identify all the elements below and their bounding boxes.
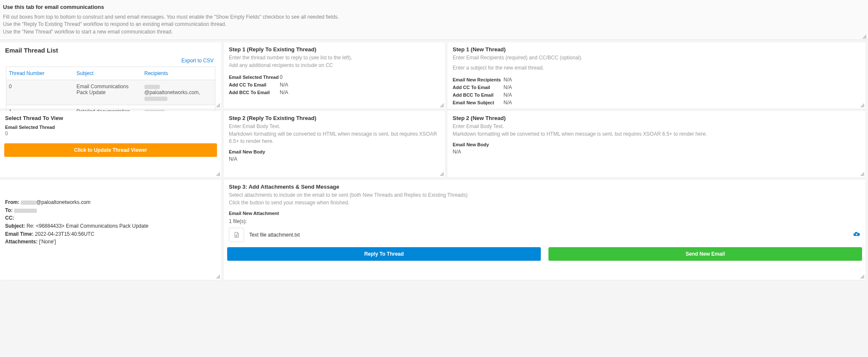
- select-thread-label: Email Selected Thread: [0, 123, 221, 131]
- col-subject[interactable]: Subject: [74, 67, 142, 80]
- detail-time: Email Time: 2022-04-23T15:40:56UTC: [5, 230, 216, 238]
- export-csv-link[interactable]: Export to CSV: [181, 58, 214, 64]
- step1-reply-title: Step 1 (Reply To Existing Thread): [224, 42, 445, 54]
- step1-reply-panel: Step 1 (Reply To Existing Thread) Enter …: [224, 42, 445, 109]
- step3-desc: Select attachments to include on the ema…: [224, 192, 865, 211]
- email-new-attachment-label: Email New Attachment: [224, 211, 865, 217]
- step1-new-panel: Step 1 (New Thread) Enter Email Recipien…: [448, 42, 865, 109]
- step2-reply-title: Step 2 (Reply To Existing Thread): [224, 111, 445, 123]
- email-thread-list-panel: Email Thread List Export to CSV Thread N…: [0, 42, 221, 109]
- resize-handle-icon[interactable]: [216, 172, 220, 176]
- step1-new-title: Step 1 (New Thread): [448, 42, 865, 54]
- field-new-cc[interactable]: Add CC To EmailN/A: [453, 84, 860, 91]
- detail-to: To:: [5, 206, 216, 215]
- resize-handle-icon[interactable]: [860, 172, 864, 176]
- col-recipients[interactable]: Recipients: [142, 67, 215, 80]
- thread-detail-panel: From: @paloaltonetworks.com To: CC: Subj…: [0, 180, 221, 280]
- file-count: 1 file(s):: [225, 217, 864, 226]
- reply-to-thread-button[interactable]: Reply To Thread: [227, 247, 541, 261]
- select-thread-panel: Select Thread To View Email Selected Thr…: [0, 111, 221, 177]
- email-new-body-value-2[interactable]: N/A: [448, 148, 865, 184]
- field-new-bcc[interactable]: Add BCC To EmailN/A: [453, 91, 860, 99]
- resize-handle-icon[interactable]: [440, 103, 444, 107]
- step2-new-panel: Step 2 (New Thread) Enter Email Body Tex…: [448, 111, 865, 177]
- attachment-row[interactable]: Text file attachment.txt: [229, 228, 860, 242]
- step2-reply-desc: Enter Email Body Text. Markdown formatti…: [224, 123, 445, 149]
- update-thread-viewer-button[interactable]: Click to Update Thread Viewer: [4, 143, 217, 157]
- email-thread-list-title: Email Thread List: [0, 42, 221, 56]
- attachment-filename: Text file attachment.txt: [249, 232, 853, 238]
- intro-panel: Use this tab for email communications Fi…: [0, 0, 868, 40]
- table-row[interactable]: 0 Email Communications Pack Update @palo…: [6, 80, 215, 105]
- detail-attachments: Attachments: ['None']: [5, 238, 216, 246]
- step3-panel: Step 3: Add Attachments & Send Message S…: [224, 180, 865, 280]
- email-new-body-label: Email New Body: [224, 149, 445, 155]
- step1-new-desc: Enter Email Recipients (required) and CC…: [448, 54, 865, 76]
- step2-new-desc: Enter Email Body Text. Markdown formatti…: [448, 123, 865, 142]
- email-new-body-label-2: Email New Body: [448, 142, 865, 148]
- resize-handle-icon[interactable]: [216, 274, 220, 279]
- field-add-cc[interactable]: Add CC To EmailN/A: [229, 81, 440, 89]
- step2-new-title: Step 2 (New Thread): [448, 111, 865, 123]
- file-icon: [229, 228, 244, 242]
- detail-cc: CC:: [5, 214, 216, 222]
- redacted-text: [21, 201, 36, 205]
- resize-handle-icon[interactable]: [860, 103, 864, 107]
- field-new-subject[interactable]: Email New SubjectN/A: [453, 99, 860, 106]
- col-thread-number[interactable]: Thread Number: [6, 67, 74, 80]
- resize-handle-icon[interactable]: [862, 34, 866, 39]
- field-add-bcc[interactable]: Add BCC To EmailN/A: [229, 89, 440, 96]
- redacted-text: [145, 85, 160, 89]
- field-selected-thread[interactable]: Email Selected Thread0: [229, 73, 440, 81]
- select-thread-title: Select Thread To View: [0, 111, 221, 123]
- resize-handle-icon[interactable]: [860, 274, 864, 279]
- step1-reply-desc: Enter the thread number to reply to (see…: [224, 54, 445, 73]
- select-thread-value[interactable]: 0: [0, 131, 221, 141]
- field-new-recipients[interactable]: Email New RecipientsN/A: [453, 76, 860, 84]
- redacted-text: [14, 209, 37, 213]
- detail-body: Now you can integrate email communicatio…: [0, 277, 221, 282]
- send-new-email-button[interactable]: Send New Email: [548, 247, 862, 261]
- cloud-upload-icon[interactable]: [853, 230, 860, 240]
- step3-title: Step 3: Add Attachments & Send Message: [224, 180, 865, 192]
- redacted-text: [145, 97, 167, 101]
- intro-title: Use this tab for email communications: [3, 4, 865, 10]
- step2-reply-panel: Step 2 (Reply To Existing Thread) Enter …: [224, 111, 445, 177]
- resize-handle-icon[interactable]: [440, 172, 444, 176]
- intro-desc: Fill out boxes from top to bottom to con…: [3, 14, 865, 36]
- detail-subject: Subject: Re: <96884433> Email Communicat…: [5, 222, 216, 230]
- detail-from: From: @paloaltonetworks.com: [5, 198, 216, 206]
- resize-handle-icon[interactable]: [216, 103, 220, 107]
